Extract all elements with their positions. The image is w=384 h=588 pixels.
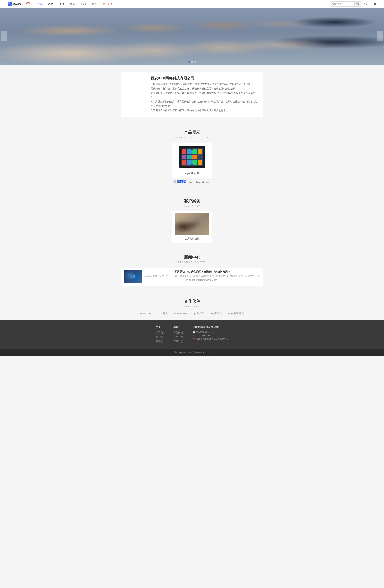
aliyun-icon: ◉ bbox=[194, 312, 196, 315]
case-name: 客户案例设计 bbox=[174, 237, 210, 240]
logo[interactable]: ModModStartStartNEW bbox=[8, 2, 30, 6]
partner-baidu[interactable]: ◈ 百度智能云 bbox=[228, 312, 244, 315]
app-icon-2 bbox=[187, 149, 192, 154]
app-icon-5 bbox=[182, 155, 187, 159]
hero-next-button[interactable]: › bbox=[377, 31, 383, 42]
products-section: 产品展示 RECOMMEND PRODUCT bbox=[0, 124, 384, 192]
aliyun-label: 阿里云 bbox=[197, 312, 205, 315]
nav-item-extension[interactable]: 后台扩展 bbox=[102, 2, 114, 6]
login-button[interactable]: 登录 bbox=[364, 2, 369, 6]
modstart-label: ModStart bbox=[143, 312, 154, 315]
cases-grid: 客户案例设计 bbox=[121, 211, 263, 243]
hero-dot-1[interactable] bbox=[188, 61, 190, 63]
mozong-label: 魔众 bbox=[162, 312, 168, 315]
news-image: 5G bbox=[124, 270, 142, 283]
partners-section: 合作伙伴 PARTNERS ▪▪ ModStart ξ 魔众 ❀ HUAWEI … bbox=[0, 294, 384, 320]
footer-link-product2[interactable]: 产品分类2 bbox=[173, 336, 184, 339]
company-text: 西安XXX网络科技有限公司 XXX网络科技是于1666年为了通过试验评价技术的支… bbox=[151, 76, 259, 113]
partner-modstart[interactable]: ▪▪ ModStart bbox=[140, 312, 154, 315]
footer-about: 关于 联系我们 关于我们 启定义 bbox=[156, 325, 165, 344]
baidu-label: 百度智能云 bbox=[231, 312, 244, 315]
app-icon-11 bbox=[192, 160, 197, 165]
footer-phone: 📞 021-88888888 bbox=[193, 334, 228, 337]
app-icon-9 bbox=[182, 160, 187, 165]
search-input[interactable] bbox=[330, 3, 354, 5]
footer-address: 📍 陕西省西安市西安区XX街道XX号 bbox=[193, 338, 228, 341]
hero-prev-button[interactable]: ‹ bbox=[1, 31, 7, 42]
nav-item-products[interactable]: 产品 bbox=[47, 2, 54, 6]
cases-section: 客户案例 RECOMMEND CASES 客户案例设计 bbox=[0, 192, 384, 249]
partner-aliyun[interactable]: ◉ 阿里云 bbox=[194, 312, 205, 315]
register-button[interactable]: 注册 bbox=[371, 2, 376, 6]
footer-nav: 导航 产品分类1 产品分类2 产品动态 bbox=[173, 325, 184, 344]
products-title: 产品展示 bbox=[4, 130, 380, 135]
watermark: 洪运源码 www.hycodes.cn bbox=[4, 178, 380, 186]
partner-huawei[interactable]: ❀ HUAWEI bbox=[174, 312, 187, 315]
tencent-label: 腾讯云 bbox=[214, 312, 222, 315]
header-actions: 登录 注册 bbox=[364, 2, 376, 6]
case-image bbox=[175, 213, 209, 235]
nav-item-message[interactable]: 留言 bbox=[91, 2, 98, 6]
footer-about-title: 关于 bbox=[156, 325, 165, 329]
app-icon-1 bbox=[182, 149, 187, 154]
footer: 关于 联系我们 关于我们 启定义 导航 产品分类1 产品分类2 产品动态 XXX… bbox=[0, 320, 384, 349]
hero-background bbox=[0, 8, 384, 65]
search-button[interactable]: 🔍 bbox=[354, 2, 361, 6]
hero-image bbox=[0, 8, 384, 65]
app-icon-7 bbox=[192, 155, 197, 159]
products-subtitle: RECOMMEND PRODUCT bbox=[4, 136, 380, 139]
app-icon-4 bbox=[198, 149, 202, 154]
watermark-brand[interactable]: 洪运源码 bbox=[174, 180, 186, 184]
partner-mozong[interactable]: ξ 魔众 bbox=[160, 312, 168, 315]
nav-item-jobs[interactable]: 招聘 bbox=[80, 2, 87, 6]
company-description: XXX网络科技是于1666年为了通过试验评价技术的支撑识建高产业技术而建立的试验… bbox=[151, 82, 259, 113]
partners-subtitle: PARTNERS bbox=[4, 305, 380, 308]
huawei-icon: ❀ bbox=[174, 312, 176, 315]
hero-dot-2[interactable] bbox=[191, 61, 193, 63]
nav-item-news[interactable]: 新闻 bbox=[69, 2, 76, 6]
product-card[interactable]: Apple iPad Air bbox=[172, 143, 212, 178]
partners-title: 合作伙伴 bbox=[4, 299, 380, 304]
news-subtitle: RECOMMEND NEWS bbox=[4, 261, 380, 264]
app-icon-12 bbox=[198, 160, 202, 165]
footer-nav-title: 导航 bbox=[173, 325, 184, 329]
main-nav: 首页 产品 案例 新闻 招聘 留言 后台扩展 bbox=[36, 2, 330, 6]
watermark-url: www.hycodes.cn bbox=[189, 181, 210, 184]
news-item-title: 不只是快！5G进入商用冲刺阶段，该如何布局？ bbox=[144, 270, 260, 273]
footer-link-custom[interactable]: 启定义 bbox=[156, 340, 165, 343]
logo-icon bbox=[8, 2, 12, 6]
nav-item-home[interactable]: 首页 bbox=[36, 2, 43, 6]
footer-link-about[interactable]: 关于我们 bbox=[156, 336, 165, 339]
company-intro: 西安XXX网络科技有限公司 XXX网络科技是于1666年为了通过试验评价技术的支… bbox=[121, 72, 263, 117]
partner-tencent[interactable]: ❋ 腾讯云 bbox=[211, 312, 222, 315]
app-icon-6 bbox=[187, 155, 192, 159]
hero-dots bbox=[188, 61, 196, 63]
hero-banner: ‹ › bbox=[0, 8, 384, 65]
mozong-icon: ξ bbox=[160, 312, 162, 315]
logo-badge: NEW bbox=[26, 2, 30, 4]
nav-item-cases[interactable]: 案例 bbox=[58, 2, 65, 6]
app-icon-10 bbox=[187, 160, 192, 165]
tencent-icon: ❋ bbox=[211, 312, 213, 315]
news-item[interactable]: 5G 不只是快！5G进入商用冲刺阶段，该如何布局？ 今年6月开始，国家、工业、交… bbox=[121, 268, 263, 286]
news-item-desc: 今年6月开始，国家、工业、交通 国家质量批准《扩 刷低的超级基速三里有指出201… bbox=[144, 275, 260, 282]
footer-contact: XXX网络科技有限公司 📧 33888888@qq.com 📞 021-8888… bbox=[193, 325, 228, 344]
footer-email: 📧 33888888@qq.com bbox=[193, 331, 228, 334]
news-section: 新闻中心 RECOMMEND NEWS 5G 不只是快！5G进入商用冲刺阶段，该… bbox=[0, 249, 384, 294]
search-box: 🔍 bbox=[330, 1, 361, 7]
cases-title: 客户案例 bbox=[4, 198, 380, 204]
hero-dot-3[interactable] bbox=[194, 61, 196, 63]
app-icon-8 bbox=[198, 155, 202, 159]
news-5g-label: 5G bbox=[130, 274, 135, 279]
footer-link-contact[interactable]: 联系我们 bbox=[156, 331, 165, 334]
case-card[interactable]: 客户案例设计 bbox=[172, 211, 212, 243]
ipad-screen bbox=[181, 148, 203, 166]
footer-link-product-news[interactable]: 产品动态 bbox=[173, 340, 184, 343]
baidu-icon: ◈ bbox=[228, 312, 230, 315]
header: ModModStartStartNEW 首页 产品 案例 新闻 招聘 留言 后台… bbox=[0, 0, 384, 8]
modstart-icon: ▪▪ bbox=[140, 312, 142, 315]
app-icon-3 bbox=[192, 149, 197, 154]
ipad-body bbox=[179, 146, 205, 168]
footer-link-product1[interactable]: 产品分类1 bbox=[173, 331, 184, 334]
footer-copyright: 陕ICP备20000530号 ©modstart.com bbox=[0, 349, 384, 356]
